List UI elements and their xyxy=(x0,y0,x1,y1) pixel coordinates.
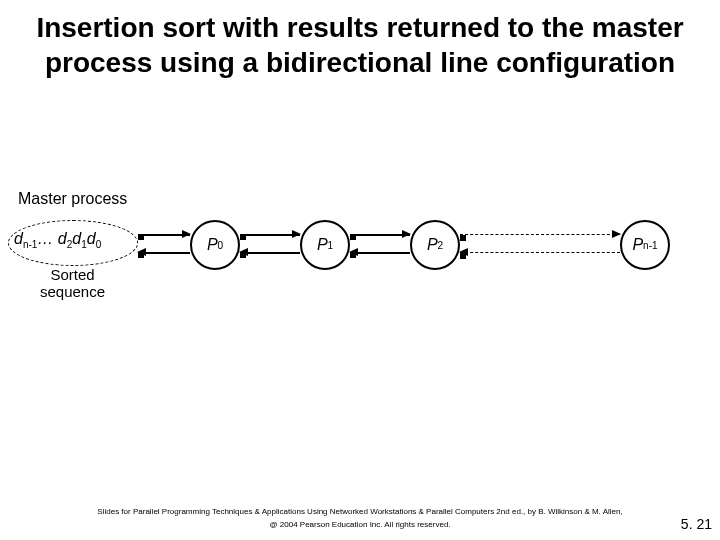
footer-line-1: Slides for Parallel Programming Techniqu… xyxy=(0,506,720,519)
footer-citation: Slides for Parallel Programming Techniqu… xyxy=(0,506,720,532)
process-p2: P2 xyxy=(410,220,460,270)
arrow-left-icon xyxy=(350,252,410,254)
arrow-left-icon xyxy=(138,252,190,254)
arrow-left-icon xyxy=(240,252,300,254)
process-p1: P1 xyxy=(300,220,350,270)
process-pn: Pn-1 xyxy=(620,220,670,270)
arrow-right-icon xyxy=(350,234,410,236)
process-p0: P0 xyxy=(190,220,240,270)
arrow-right-dashed-icon xyxy=(460,234,620,235)
arrow-left-dashed-icon xyxy=(460,252,620,253)
arrow-right-icon xyxy=(138,234,190,236)
sequence-elements: dn-1… d2d1d0 xyxy=(14,230,101,250)
page-number: 5. 21 xyxy=(681,516,712,532)
arrow-right-icon xyxy=(240,234,300,236)
sorted-sequence-caption: Sortedsequence xyxy=(40,266,105,301)
diagram: Master process dn-1… d2d1d0 Sortedsequen… xyxy=(0,190,720,330)
master-process-label: Master process xyxy=(18,190,127,208)
footer-line-2: @ 2004 Pearson Education Inc. All rights… xyxy=(0,519,720,532)
slide-title: Insertion sort with results returned to … xyxy=(0,0,720,80)
